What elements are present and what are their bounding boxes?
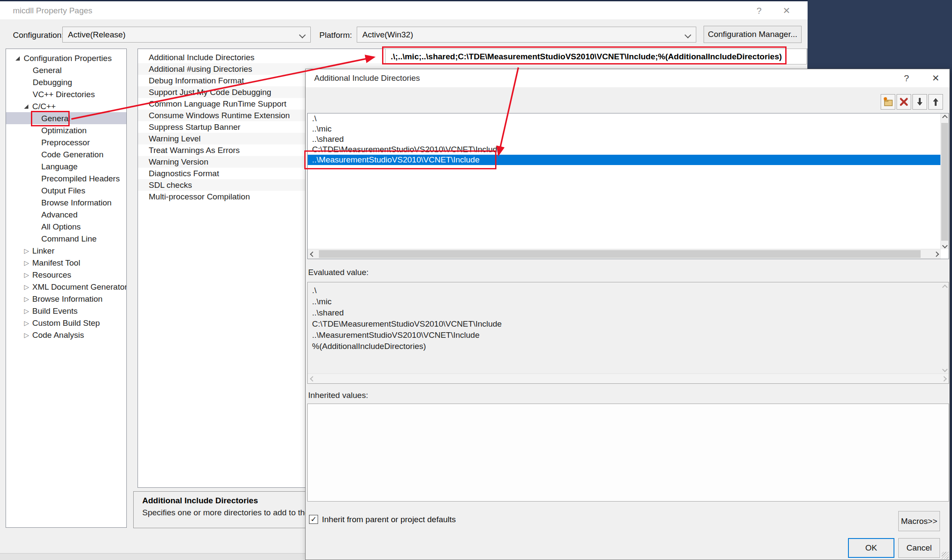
inherit-checkbox-label: Inherit from parent or project defaults [322,514,456,525]
tree-item-code-generation[interactable]: Code Generation [6,148,126,160]
tree-item-optimization[interactable]: Optimization [6,124,126,136]
tree-item-code-analysis[interactable]: ▷Code Analysis [6,329,126,341]
collapsed-triangle-icon[interactable]: ▷ [24,245,29,257]
cancel-button[interactable]: Cancel [898,538,940,558]
collapsed-triangle-icon[interactable]: ▷ [24,257,29,269]
tree-item-language[interactable]: Language [6,160,126,172]
directory-list-item[interactable]: ..\MeasurementStudioVS2010\VCNET\Include [308,155,941,165]
tree-item-label: General [41,114,70,123]
collapsed-triangle-icon[interactable]: ▷ [24,305,29,317]
collapsed-triangle-icon[interactable]: ▷ [24,317,29,329]
configuration-select[interactable]: Active(Release) [62,27,311,43]
platform-select[interactable]: Active(Win32) [357,27,696,43]
tree-item-browse-information[interactable]: ▷Browse Information [6,293,126,305]
tree-item-advanced[interactable]: Advanced [6,208,126,220]
directory-list-item[interactable]: ..\shared [308,134,941,144]
new-line-button[interactable] [881,94,895,110]
tree-item-label: Preprocessor [41,138,90,147]
ok-button[interactable]: OK [848,538,894,558]
inherited-values-box[interactable] [307,404,949,502]
tree-item-debugging[interactable]: Debugging [6,76,126,88]
tree-item-vc-directories[interactable]: VC++ Directories [6,88,126,100]
directory-list-item[interactable]: C:\TDE\MeasurementStudioVS2010\VCNET\Inc… [308,144,941,155]
macros-button[interactable]: Macros>> [898,511,940,531]
directories-listbox[interactable]: .\..\mic..\sharedC:\TDE\MeasurementStudi… [307,113,949,259]
directory-list-item[interactable]: ..\mic [308,124,941,134]
check-icon: ✓ [310,515,316,523]
collapsed-triangle-icon[interactable]: ▷ [24,281,29,293]
tree-item-label: Resources [32,270,71,279]
expanded-triangle-icon[interactable] [15,56,20,61]
scroll-left-icon[interactable] [309,375,316,383]
vertical-scrollbar-thumb[interactable] [941,123,948,241]
tree-item-manifest-tool[interactable]: ▷Manifest Tool [6,257,126,269]
move-down-icon [915,97,924,107]
move-up-button[interactable] [928,94,943,110]
tree-item-xml-document-generator[interactable]: ▷XML Document Generator [6,281,126,293]
scroll-up-icon[interactable] [941,283,949,291]
tree-item-label: General [33,66,62,75]
scroll-up-icon[interactable] [941,113,949,121]
popup-titlebar[interactable]: Additional Include Directories ? ✕ [306,69,949,87]
tree-item-label: Language [41,162,78,171]
tree-item-label: Precompiled Headers [41,174,120,183]
help-button[interactable]: ? [751,4,767,18]
additional-include-directories-value[interactable]: .\;..\mic;..\shared;C:\TDE\MeasurementSt… [385,49,807,64]
horizontal-scrollbar[interactable] [308,373,949,383]
collapsed-triangle-icon[interactable]: ▷ [24,329,29,341]
configuration-tree[interactable]: Configuration PropertiesGeneralDebugging… [6,49,127,528]
popup-help-button[interactable]: ? [898,71,915,86]
platform-value: Active(Win32) [362,30,413,39]
tree-item-linker[interactable]: ▷Linker [6,245,126,257]
scroll-right-icon[interactable] [940,375,948,383]
configuration-manager-button[interactable]: Configuration Manager... [704,26,802,43]
horizontal-scrollbar[interactable] [308,249,941,259]
tree-item-c-c[interactable]: C/C++ [6,100,126,112]
tree-item-command-line[interactable]: Command Line [6,233,126,245]
tree-item-label: Command Line [41,234,97,243]
main-titlebar[interactable]: micdll Property Pages ? ✕ [0,0,808,19]
configuration-label: Configuration: [13,30,64,40]
resize-grip[interactable] [942,552,949,559]
scroll-right-icon[interactable] [932,250,940,258]
vertical-scrollbar[interactable] [940,113,949,249]
tree-item-preprocessor[interactable]: Preprocessor [6,136,126,148]
popup-title: Additional Include Directories [314,73,420,83]
tree-item-resources[interactable]: ▷Resources [6,269,126,281]
tree-item-general[interactable]: General [6,64,126,76]
directories-list-items: .\..\mic..\sharedC:\TDE\MeasurementStudi… [308,113,949,165]
move-down-button[interactable] [912,94,927,110]
tree-item-precompiled-headers[interactable]: Precompiled Headers [6,172,126,184]
directory-list-item[interactable]: .\ [308,113,941,124]
tree-item-custom-build-step[interactable]: ▷Custom Build Step [6,317,126,329]
configuration-value: Active(Release) [68,30,126,39]
tree-item-output-files[interactable]: Output Files [6,184,126,196]
tree-item-configuration-properties[interactable]: Configuration Properties [6,52,126,64]
close-button[interactable]: ✕ [779,4,794,18]
popup-close-button[interactable]: ✕ [927,71,944,86]
tree-item-label: Optimization [41,126,87,135]
inherit-checkbox[interactable]: ✓ [309,515,318,524]
chevron-down-icon [685,32,692,39]
collapsed-triangle-icon[interactable]: ▷ [24,269,29,281]
window-title: micdll Property Pages [13,6,92,15]
delete-button[interactable] [897,94,911,110]
tree-item-label: Manifest Tool [32,258,80,267]
tree-item-label: Custom Build Step [32,318,100,327]
tree-item-general[interactable]: General [6,112,126,124]
tree-item-browse-information[interactable]: Browse Information [6,196,126,208]
tree-item-all-options[interactable]: All Options [6,220,126,233]
tree-item-label: Build Events [32,306,78,315]
scroll-down-icon[interactable] [941,365,949,373]
additional-include-directories-dialog: Additional Include Directories ? ✕ [305,69,950,560]
scroll-down-icon[interactable] [941,242,949,249]
new-line-icon [883,97,893,107]
platform-label: Platform: [319,30,352,40]
collapsed-triangle-icon[interactable]: ▷ [24,293,29,305]
expanded-triangle-icon[interactable] [24,104,28,109]
tree-item-label: Linker [32,246,55,255]
tree-item-build-events[interactable]: ▷Build Events [6,305,126,317]
scroll-left-icon[interactable] [309,250,316,258]
horizontal-scrollbar-thumb[interactable] [319,250,921,258]
tree-item-label: Advanced [41,210,78,219]
